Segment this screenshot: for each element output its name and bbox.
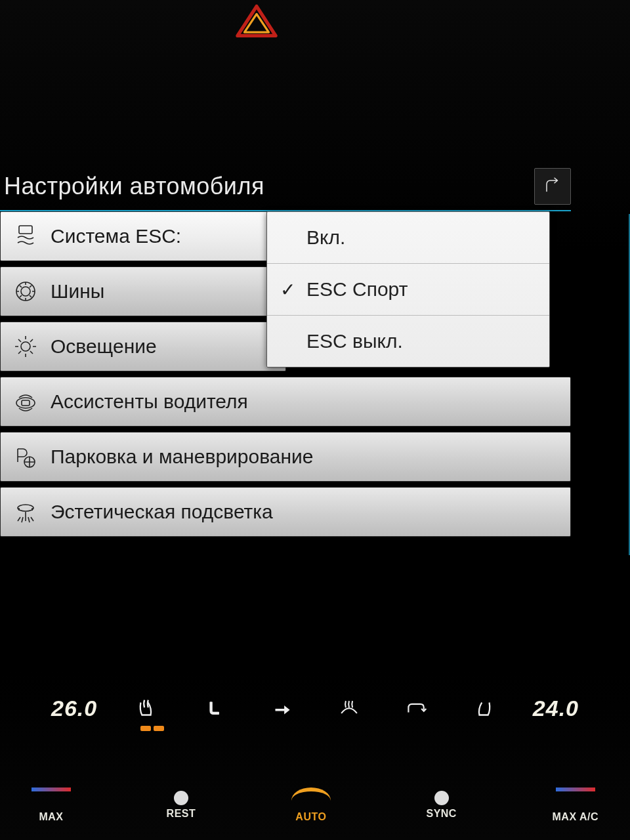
seat-heat-right-icon[interactable] xyxy=(470,694,499,723)
menu-item-lighting[interactable]: Освещение xyxy=(0,322,286,371)
settings-panel: Настройки автомобиля Система ESC: Шины xyxy=(0,168,571,542)
menu-item-label: Система ESC: xyxy=(51,225,181,247)
airflow-foot-icon[interactable] xyxy=(199,694,228,723)
esc-option-sport[interactable]: ✓ ESC Спорт xyxy=(267,264,549,316)
esc-option-off[interactable]: ESC выкл. xyxy=(267,316,549,367)
svg-rect-0 xyxy=(19,226,32,234)
esc-icon xyxy=(12,223,39,249)
menu-item-label: Парковка и маневрирование xyxy=(51,446,314,468)
back-button[interactable] xyxy=(534,168,571,205)
parking-icon xyxy=(12,444,39,470)
hazard-warning-icon xyxy=(235,3,278,39)
assist-icon xyxy=(12,388,39,415)
svg-point-3 xyxy=(21,342,30,351)
menu-item-label: Освещение xyxy=(51,335,157,358)
auto-button[interactable]: AUTO xyxy=(291,788,331,823)
svg-point-4 xyxy=(16,398,35,408)
menu-item-esc[interactable]: Система ESC: xyxy=(0,211,286,261)
menu-item-label: Эстетическая подсветка xyxy=(51,501,273,523)
light-icon xyxy=(12,333,39,360)
recirculate-icon[interactable] xyxy=(402,694,431,723)
back-icon xyxy=(543,177,562,196)
esc-option-on[interactable]: Вкл. xyxy=(267,212,549,264)
menu-item-parking[interactable]: Парковка и маневрирование xyxy=(0,432,571,482)
seat-heat-level-left xyxy=(140,726,164,732)
temp-right[interactable]: 24.0 xyxy=(533,696,579,721)
check-icon: ✓ xyxy=(280,279,295,301)
ambient-icon xyxy=(12,499,39,525)
option-label: ESC Спорт xyxy=(306,278,408,301)
menu-item-label: Шины xyxy=(51,280,104,303)
settings-list: Система ESC: Шины Освещение Ассистенты в… xyxy=(0,211,571,537)
svg-point-7 xyxy=(18,505,33,511)
climate-bar: 26.0 24.0 MAX REST AUTO xyxy=(0,676,630,840)
temp-left[interactable]: 26.0 xyxy=(51,696,97,721)
menu-item-ambient[interactable]: Эстетическая подсветка xyxy=(0,487,571,537)
tire-icon xyxy=(12,278,39,304)
max-defrost-button[interactable]: MAX xyxy=(32,788,71,823)
menu-item-tires[interactable]: Шины xyxy=(0,266,286,316)
seat-heat-left-icon[interactable] xyxy=(131,694,160,723)
airflow-defrost-icon[interactable] xyxy=(335,694,364,723)
menu-item-label: Ассистенты водителя xyxy=(51,390,248,413)
esc-dropdown: Вкл. ✓ ESC Спорт ESC выкл. xyxy=(266,211,550,368)
page-title: Настройки автомобиля xyxy=(0,173,264,200)
option-label: ESC выкл. xyxy=(306,330,403,352)
svg-rect-5 xyxy=(22,400,30,406)
option-label: Вкл. xyxy=(306,226,345,249)
svg-point-1 xyxy=(16,282,35,301)
menu-item-driver-assist[interactable]: Ассистенты водителя xyxy=(0,377,571,427)
rest-button[interactable]: REST xyxy=(167,791,196,820)
max-ac-button[interactable]: MAX A/C xyxy=(553,788,598,823)
airflow-body-icon[interactable] xyxy=(266,694,295,723)
sync-button[interactable]: SYNC xyxy=(426,791,456,820)
svg-point-2 xyxy=(21,287,30,296)
